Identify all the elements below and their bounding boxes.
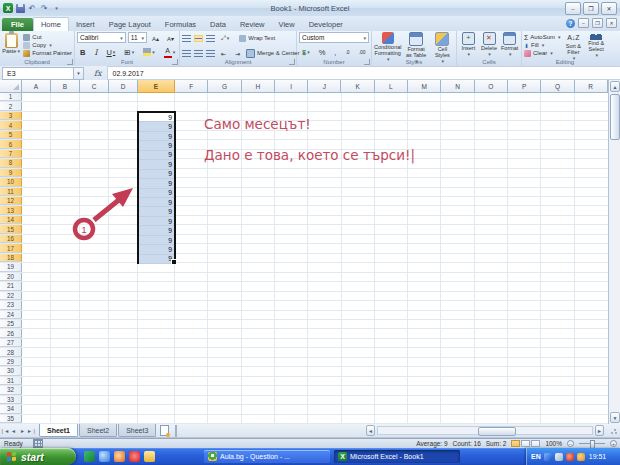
tab-review[interactable]: Review xyxy=(233,18,272,31)
clear-button[interactable]: Clear xyxy=(524,49,561,57)
vertical-scroll-thumb[interactable] xyxy=(610,94,620,140)
macro-record-icon[interactable] xyxy=(33,439,43,448)
horizontal-scroll-thumb[interactable] xyxy=(478,427,516,436)
name-box-dropdown-icon[interactable]: ▾ xyxy=(74,67,84,80)
sheet-tab-sheet2[interactable]: Sheet2 xyxy=(79,424,117,437)
row-header-25[interactable]: 25 xyxy=(0,320,22,328)
row-header-19[interactable]: 19 xyxy=(0,263,22,271)
align-center-icon[interactable] xyxy=(194,50,203,57)
tray-icon-4[interactable] xyxy=(577,453,585,461)
cell-E10[interactable]: 9 xyxy=(139,179,174,188)
row-header-16[interactable]: 16 xyxy=(0,235,22,243)
align-top-icon[interactable] xyxy=(182,35,191,42)
zoom-in-icon[interactable]: + xyxy=(610,440,617,447)
column-header-H[interactable]: H xyxy=(242,80,275,93)
column-header-M[interactable]: M xyxy=(408,80,441,93)
last-sheet-icon[interactable]: ►❘ xyxy=(27,426,36,436)
cell-E6[interactable]: 9 xyxy=(139,141,174,150)
cell-E5[interactable]: 9 xyxy=(139,132,174,141)
row-header-34[interactable]: 34 xyxy=(0,405,22,413)
format-painter-button[interactable]: Format Painter xyxy=(23,49,72,57)
font-family-select[interactable]: Calibri xyxy=(77,32,126,43)
fx-icon[interactable]: fx xyxy=(94,69,101,78)
column-header-D[interactable]: D xyxy=(109,80,138,93)
number-dialog-launcher[interactable] xyxy=(364,59,370,65)
start-button[interactable]: start xyxy=(0,448,76,465)
save-icon[interactable] xyxy=(15,3,25,13)
sheet-tab-sheet3[interactable]: Sheet3 xyxy=(118,424,156,437)
cell-styles-button[interactable]: Cell Styles xyxy=(431,32,454,58)
first-sheet-icon[interactable]: ❘◄ xyxy=(0,426,9,436)
row-header-28[interactable]: 28 xyxy=(0,348,22,356)
column-header-K[interactable]: K xyxy=(341,80,374,93)
tab-home[interactable]: Home xyxy=(33,17,69,31)
column-header-N[interactable]: N xyxy=(441,80,474,93)
row-header-35[interactable]: 35 xyxy=(0,415,22,423)
zoom-slider[interactable] xyxy=(579,443,605,444)
page-break-view-icon[interactable] xyxy=(531,440,540,447)
shrink-font-button[interactable]: A▾ xyxy=(164,32,177,44)
row-header-30[interactable]: 30 xyxy=(0,367,22,375)
row-header-24[interactable]: 24 xyxy=(0,311,22,319)
fill-handle[interactable] xyxy=(171,259,177,265)
orientation-button[interactable]: ⤢ xyxy=(218,32,232,44)
sort-filter-button[interactable]: A↓Z Sort & Filter xyxy=(564,32,584,58)
row-header-11[interactable]: 11 xyxy=(0,188,22,196)
comma-style-icon[interactable]: , xyxy=(331,46,339,58)
decrease-decimal-icon[interactable]: .00 xyxy=(356,46,369,58)
column-header-G[interactable]: G xyxy=(208,80,241,93)
selection-range[interactable]: 9999999999999999 xyxy=(137,111,176,264)
window-resize-grip[interactable] xyxy=(609,426,619,436)
align-middle-icon[interactable] xyxy=(194,35,203,42)
row-header-7[interactable]: 7 xyxy=(0,150,22,158)
clipboard-dialog-launcher[interactable] xyxy=(67,59,73,65)
workbook-minimize-icon[interactable]: – xyxy=(578,18,589,28)
row-header-13[interactable]: 13 xyxy=(0,206,22,214)
language-indicator[interactable]: EN xyxy=(531,453,541,460)
conditional-formatting-button[interactable]: Conditional Formatting xyxy=(374,32,402,58)
restore-button[interactable]: ❐ xyxy=(583,2,599,15)
paste-button[interactable]: Paste xyxy=(2,32,20,58)
vertical-scrollbar[interactable]: ▲ ▼ xyxy=(608,80,620,424)
row-header-31[interactable]: 31 xyxy=(0,377,22,385)
row-header-33[interactable]: 33 xyxy=(0,396,22,404)
scroll-up-icon[interactable]: ▲ xyxy=(610,81,620,92)
row-header-2[interactable]: 2 xyxy=(0,102,22,110)
tab-split-handle[interactable] xyxy=(175,425,182,437)
workbook-close-icon[interactable]: ✕ xyxy=(606,18,617,28)
cell-E14[interactable]: 9 xyxy=(139,217,174,226)
format-cells-button[interactable]: Format xyxy=(500,32,519,58)
tab-insert[interactable]: Insert xyxy=(69,18,102,31)
accounting-format-icon[interactable]: $ xyxy=(299,46,313,58)
row-header-10[interactable]: 10 xyxy=(0,178,22,186)
column-header-R[interactable]: R xyxy=(575,80,608,93)
row-header-9[interactable]: 9 xyxy=(0,169,22,177)
sheet-tab-sheet1[interactable]: Sheet1 xyxy=(39,424,78,437)
tray-icon-1[interactable] xyxy=(544,453,552,461)
tray-icon-2[interactable] xyxy=(555,453,563,461)
quicklaunch-icon-2[interactable] xyxy=(99,451,110,462)
cell-E8[interactable]: 9 xyxy=(139,160,174,169)
row-header-3[interactable]: 3 xyxy=(0,112,22,120)
wrap-text-button[interactable]: Wrap Text xyxy=(239,34,275,42)
minimize-button[interactable]: – xyxy=(565,2,581,15)
prev-sheet-icon[interactable]: ◄ xyxy=(9,426,18,436)
row-header-29[interactable]: 29 xyxy=(0,358,22,366)
borders-button[interactable]: ⊞ xyxy=(121,46,137,58)
quicklaunch-icon-4[interactable] xyxy=(129,451,140,462)
horizontal-scrollbar[interactable]: ◄ ► xyxy=(366,425,604,437)
fill-button[interactable]: ⬇ Fill xyxy=(524,41,561,49)
insert-worksheet-button[interactable] xyxy=(157,425,171,437)
row-header-4[interactable]: 4 xyxy=(0,121,22,129)
column-header-C[interactable]: C xyxy=(80,80,109,93)
tab-formulas[interactable]: Formulas xyxy=(158,18,203,31)
row-header-8[interactable]: 8 xyxy=(0,159,22,167)
column-header-B[interactable]: B xyxy=(51,80,80,93)
cell-E12[interactable]: 9 xyxy=(139,198,174,207)
name-box[interactable]: E3 xyxy=(2,67,74,80)
insert-cells-button[interactable]: + Insert xyxy=(459,32,478,58)
underline-button[interactable]: U xyxy=(103,46,118,58)
cell-E3[interactable]: 9 xyxy=(139,113,174,122)
row-header-5[interactable]: 5 xyxy=(0,131,22,139)
align-bottom-icon[interactable] xyxy=(206,35,215,42)
